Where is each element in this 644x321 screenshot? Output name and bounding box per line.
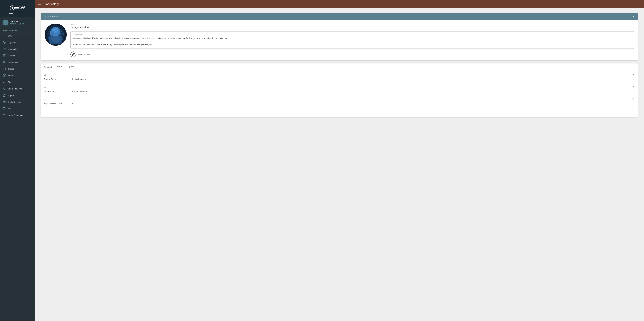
topbar: Plot Factory <box>34 0 644 8</box>
card-header-left: Character <box>44 15 59 18</box>
sidebar-item-share-label: Share Previews <box>8 88 22 90</box>
svg-rect-6 <box>11 10 11 13</box>
card-title: Character <box>48 15 59 18</box>
attribute-row: ☰ ✕ Occupation English professor <box>41 83 638 95</box>
svg-point-37 <box>53 27 58 33</box>
sidebar-item-notes-label: Notes <box>8 74 13 77</box>
help-icon <box>2 107 6 110</box>
svg-point-24 <box>3 88 4 89</box>
name-label: Name <box>70 24 634 26</box>
attr-remove-button[interactable]: ✕ <box>632 97 634 101</box>
sidebar-item-things[interactable]: Things <box>0 66 34 72</box>
sidebar-item-universe-label: Go to Universe <box>8 101 22 103</box>
attr-key <box>44 114 69 115</box>
attribute-row: ☰ ✕ <box>41 107 638 117</box>
attr-fields: Physical Description 6'0 <box>44 102 634 107</box>
attr-remove-button[interactable]: ✕ <box>632 109 634 113</box>
attribute-row: ☰ ✕ Role in Story Main character <box>41 71 638 83</box>
svg-rect-16 <box>3 55 5 56</box>
drag-handle-icon[interactable]: ☰ <box>44 73 46 76</box>
attr-drag-close: ☰ ✕ <box>44 97 634 101</box>
back-arrow-icon[interactable] <box>44 15 47 18</box>
attr-value: Main character <box>72 78 634 81</box>
sidebar-item-information[interactable]: Information <box>0 46 34 52</box>
drag-handle-icon[interactable]: ☰ <box>44 85 46 88</box>
sidebar-item-outlines[interactable]: Outlines <box>0 52 34 59</box>
notes-icon <box>2 74 6 77</box>
sidebar-item-share-previews[interactable]: Share Previews <box>0 85 34 92</box>
attr-remove-button[interactable]: ✕ <box>632 73 634 76</box>
sidebar: JY Jeff Yeon Account - Sign out Story - … <box>0 0 34 321</box>
user-links: Account - Sign out <box>10 23 24 25</box>
sidebar-item-help-label: Help <box>8 107 12 110</box>
background-label: Background <box>72 33 632 36</box>
stats-icon <box>2 80 6 84</box>
sidebar-item-export-label: Export <box>8 94 14 97</box>
avatar: JY <box>2 20 8 26</box>
svg-point-38 <box>51 35 60 43</box>
background-value: A 30-year-old college English professor … <box>72 37 632 49</box>
character-photo-inner <box>45 24 67 46</box>
prepend-bar: Prepend + TEXT + LIST <box>41 64 638 71</box>
sidebar-item-stats[interactable]: Stats <box>0 79 34 85</box>
sidebar-item-universe[interactable]: Go to Universe <box>0 99 34 105</box>
sidebar-item-characters[interactable]: Characters <box>0 59 34 66</box>
sidebar-item-notes[interactable]: Notes <box>0 72 34 79</box>
logo-icon <box>8 4 27 15</box>
svg-marker-3 <box>19 7 23 9</box>
sidebar-item-help[interactable]: Help <box>0 105 34 112</box>
prepend-text-button[interactable]: + TEXT <box>54 65 64 69</box>
character-card: Character × <box>41 13 638 60</box>
attr-drag-close: ☰ ✕ <box>44 73 634 76</box>
sidebar-item-export[interactable]: Export <box>0 92 34 99</box>
drag-handle-icon[interactable]: ☰ <box>44 97 46 100</box>
content-area: Character × <box>34 8 644 321</box>
sidebar-item-write[interactable]: Write <box>0 33 34 39</box>
universe-icon <box>2 100 6 104</box>
topbar-title: Plot Factory <box>44 3 59 6</box>
attributes-section: Prepend + TEXT + LIST ☰ ✕ Role in Story … <box>41 64 638 117</box>
svg-line-26 <box>4 89 4 89</box>
export-icon <box>2 94 6 97</box>
information-icon <box>2 47 6 51</box>
account-link[interactable]: Account <box>10 23 16 25</box>
drag-handle-icon[interactable]: ☰ <box>44 110 46 113</box>
organize-icon <box>2 41 6 44</box>
name-field: Name George Meadows <box>70 24 634 30</box>
sidebar-item-name-generator[interactable]: Name Generator <box>0 112 34 118</box>
svg-rect-19 <box>3 68 6 70</box>
attr-value: 6'0 <box>72 102 634 105</box>
svg-point-47 <box>61 38 63 40</box>
sidebar-item-information-label: Information <box>8 48 18 50</box>
svg-rect-17 <box>3 56 5 57</box>
sidebar-item-characters-label: Characters <box>8 61 18 64</box>
card-close-button[interactable]: × <box>633 15 634 18</box>
prepend-list-button[interactable]: + LIST <box>66 65 75 69</box>
characters-icon <box>2 61 6 64</box>
color-label: Select a color <box>78 53 90 56</box>
svg-rect-15 <box>3 55 6 55</box>
character-photo <box>45 24 67 46</box>
sidebar-item-organize[interactable]: Organize <box>0 39 34 46</box>
signout-link[interactable]: Sign out <box>18 23 24 25</box>
name-gen-icon <box>2 113 6 117</box>
card-info: Name George Meadows Background A 30-year… <box>70 24 634 57</box>
user-section: JY Jeff Yeon Account - Sign out <box>0 17 34 28</box>
menu-icon[interactable] <box>38 2 41 6</box>
attr-drag-close: ☰ ✕ <box>44 85 634 89</box>
svg-rect-7 <box>9 13 13 14</box>
things-icon <box>2 67 6 71</box>
name-value: George Meadows <box>70 26 634 30</box>
attr-value: English professor <box>72 90 634 93</box>
attr-key: Role in Story <box>44 78 69 81</box>
svg-rect-40 <box>56 29 59 31</box>
sidebar-item-stats-label: Stats <box>8 81 12 83</box>
svg-point-1 <box>12 7 13 9</box>
svg-point-46 <box>48 37 51 39</box>
svg-line-27 <box>4 88 4 89</box>
attr-fields: Role in Story Main character <box>44 78 634 83</box>
background-text[interactable]: Background A 30-year-old college English… <box>70 31 634 49</box>
color-picker-icon[interactable] <box>70 52 76 57</box>
sidebar-item-organize-label: Organize <box>8 41 16 44</box>
attr-remove-button[interactable]: ✕ <box>632 85 634 89</box>
